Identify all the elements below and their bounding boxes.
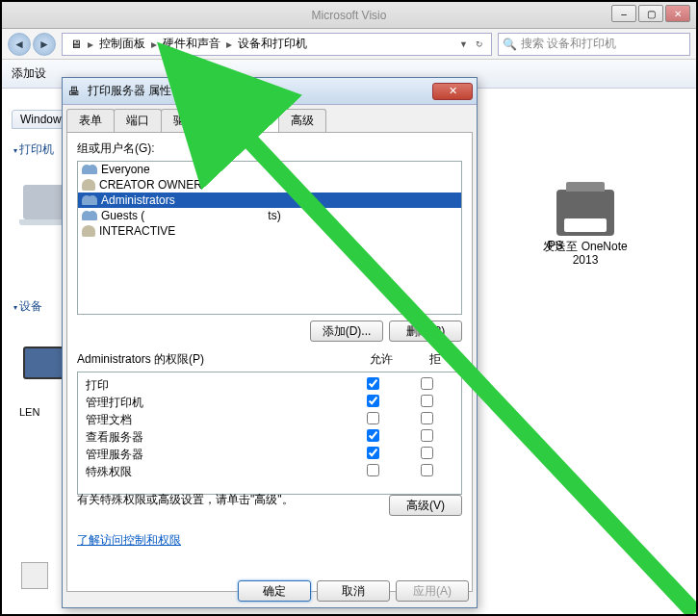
category-printers[interactable]: ▾打印机	[13, 141, 54, 158]
group-row[interactable]: Everyone	[78, 162, 461, 177]
tab-ports[interactable]: 端口	[114, 109, 162, 132]
allow-column-header: 允许	[354, 351, 408, 368]
permission-name: 特殊权限	[86, 464, 346, 480]
search-placeholder: 搜索 设备和打印机	[521, 36, 616, 52]
permission-row: 管理服务器	[86, 446, 453, 463]
cancel-button[interactable]: 取消	[317, 580, 390, 602]
breadcrumb[interactable]: 🖥 ▸ 控制面板 ▸ 硬件和声音 ▸ 设备和打印机 ▼ ↻	[62, 33, 492, 56]
printer-label: 发送至 OneNote 2013	[528, 240, 643, 267]
permission-name: 管理服务器	[86, 447, 346, 463]
maximize-button[interactable]: ▢	[638, 5, 663, 22]
allow-checkbox[interactable]	[367, 447, 379, 459]
advanced-note: 有关特殊权限或高级设置，请单击"高级"。	[77, 492, 294, 508]
groups-label: 组或用户名(G):	[77, 141, 462, 157]
permissions-list: 打印管理打印机管理文档查看服务器管理服务器特殊权限	[77, 372, 462, 495]
allow-checkbox[interactable]	[367, 429, 379, 442]
breadcrumb-sep: ▸	[149, 38, 159, 51]
category-devices[interactable]: ▾设备	[13, 298, 42, 315]
group-row-selected[interactable]: Administrators	[78, 192, 461, 208]
permission-row: 查看服务器	[86, 428, 453, 446]
chevron-down-icon: ▾	[13, 303, 17, 312]
deny-checkbox[interactable]	[421, 412, 433, 424]
printer-icon	[556, 190, 614, 236]
breadcrumb-refresh-icon[interactable]: ↻	[472, 39, 487, 49]
device-monitor-icon[interactable]	[23, 346, 64, 379]
explorer-nav: ◄ ► 🖥 ▸ 控制面板 ▸ 硬件和声音 ▸ 设备和打印机 ▼ ↻ 🔍 搜索 设…	[2, 29, 696, 60]
allow-checkbox[interactable]	[367, 377, 379, 390]
breadcrumb-item[interactable]: 硬件和声音	[159, 36, 224, 52]
chevron-down-icon: ▾	[13, 146, 17, 155]
permission-row: 特殊权限	[86, 463, 453, 480]
permissions-title: Administrators 的权限(P)	[77, 351, 354, 368]
deny-column-header: 拒	[408, 351, 462, 368]
device-label: LEN	[19, 406, 39, 418]
dialog-titlebar[interactable]: 🖶 打印服务器 属性 ✕	[63, 78, 477, 105]
group-row[interactable]: Guests (ts)	[78, 208, 461, 223]
breadcrumb-item[interactable]: 控制面板	[95, 36, 149, 52]
breadcrumb-dropdown-icon[interactable]: ▼	[455, 39, 472, 49]
group-row[interactable]: CREATOR OWNER	[78, 177, 461, 192]
permission-row: 打印	[86, 376, 453, 394]
add-button[interactable]: 添加(D)...	[310, 321, 383, 342]
tabs: 表单 端口 驱动程序 安全 高级	[63, 105, 477, 132]
user-icon	[82, 225, 95, 237]
deny-checkbox[interactable]	[421, 447, 433, 459]
printer-icon[interactable]	[23, 185, 65, 219]
users-icon	[82, 194, 97, 206]
breadcrumb-icon: 🖥	[66, 38, 86, 51]
deny-checkbox[interactable]	[421, 395, 433, 407]
dialog-title: 打印服务器 属性	[88, 83, 432, 99]
security-panel: 组或用户名(G): Everyone CREATOR OWNER Adminis…	[66, 132, 473, 592]
deny-checkbox[interactable]	[421, 464, 433, 476]
permission-name: 管理打印机	[86, 395, 346, 411]
allow-checkbox[interactable]	[367, 464, 379, 476]
users-icon	[82, 164, 97, 175]
back-button[interactable]: ◄	[8, 33, 31, 56]
tab-drivers[interactable]: 驱动程序	[161, 109, 232, 132]
groups-list[interactable]: Everyone CREATOR OWNER Administrators Gu…	[77, 161, 462, 315]
deny-checkbox[interactable]	[421, 429, 433, 442]
permission-name: 查看服务器	[86, 429, 346, 446]
window-controls: – ▢ ✕	[611, 5, 690, 22]
tab-security[interactable]: 安全	[231, 109, 279, 132]
users-icon	[82, 210, 97, 221]
nav-arrows: ◄ ►	[8, 33, 56, 56]
group-row[interactable]: INTERACTIVE	[78, 223, 461, 239]
app-title: Microsoft Visio	[2, 9, 696, 22]
apply-button[interactable]: 应用(A)	[396, 580, 469, 602]
remove-button[interactable]: 删除(R)	[389, 321, 462, 342]
dialog-footer: 确定 取消 应用(A)	[238, 580, 469, 602]
user-icon	[82, 179, 95, 191]
tab-forms[interactable]: 表单	[66, 109, 115, 132]
permission-name: 管理文档	[86, 412, 346, 428]
close-button[interactable]: ✕	[432, 83, 473, 100]
permission-row: 管理打印机	[86, 394, 453, 411]
deny-checkbox[interactable]	[421, 377, 433, 390]
advanced-button[interactable]: 高级(V)	[389, 495, 462, 516]
print-server-properties-dialog: 🖶 打印服务器 属性 ✕ 表单 端口 驱动程序 安全 高级 组或用户名(G): …	[62, 77, 478, 608]
printer-icon: 🖶	[66, 84, 82, 99]
allow-checkbox[interactable]	[367, 412, 379, 424]
toolbar-add-device[interactable]: 添加设	[12, 65, 46, 82]
permissions-header: Administrators 的权限(P) 允许 拒	[77, 351, 462, 368]
minimize-button[interactable]: –	[611, 5, 636, 22]
forward-button[interactable]: ►	[33, 33, 56, 56]
tab-advanced[interactable]: 高级	[278, 109, 326, 132]
group-buttons: 添加(D)... 删除(R)	[77, 321, 462, 342]
device-icon[interactable]	[21, 562, 48, 589]
learn-access-control-link[interactable]: 了解访问控制和权限	[77, 532, 181, 549]
permission-row: 管理文档	[86, 411, 453, 428]
breadcrumb-item[interactable]: 设备和打印机	[234, 36, 311, 52]
ok-button[interactable]: 确定	[238, 580, 311, 602]
breadcrumb-sep: ▸	[224, 38, 234, 51]
explorer-titlebar: Microsoft Visio – ▢ ✕	[2, 2, 696, 29]
printer-item-onenote[interactable]: 发送至 OneNote 2013	[528, 190, 643, 267]
breadcrumb-sep: ▸	[86, 38, 95, 51]
permission-name: 打印	[86, 377, 346, 394]
search-input[interactable]: 🔍 搜索 设备和打印机	[498, 33, 690, 56]
close-button[interactable]: ✕	[665, 5, 690, 22]
allow-checkbox[interactable]	[367, 395, 379, 407]
advanced-button-row: 高级(V)	[389, 495, 462, 516]
search-icon: 🔍	[503, 38, 517, 51]
